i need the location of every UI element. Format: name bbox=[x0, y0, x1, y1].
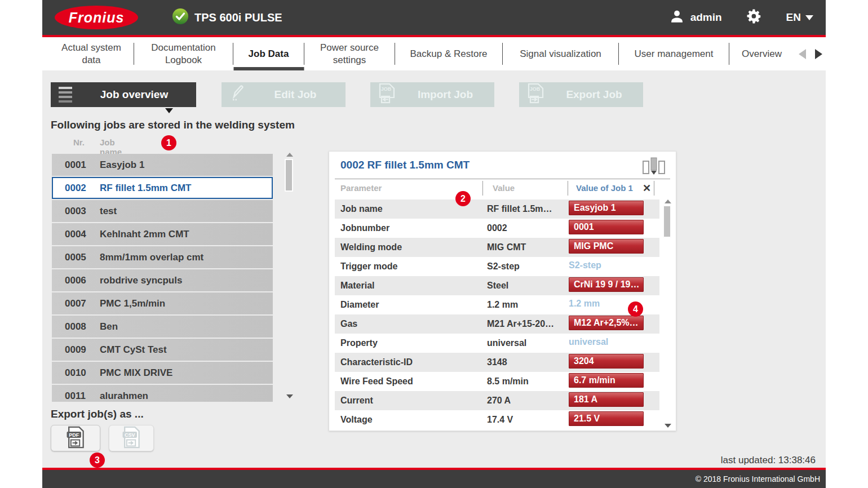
parameter-row: Jobnumber00020001 bbox=[335, 219, 659, 238]
panel-column-headers: Parameter Value Value of Job 1 ✕ bbox=[329, 183, 676, 198]
job-list-item[interactable]: 00058mm/1mm overlap cmt bbox=[52, 246, 273, 268]
job-nr: 0010 bbox=[65, 367, 100, 379]
parameter-row: Welding modeMIG CMTMIG PMC bbox=[335, 238, 659, 257]
parameter-row: Trigger modeS2-stepS2-step bbox=[335, 257, 659, 276]
jobs-heading: Following jobs are stored in the welding… bbox=[51, 119, 295, 131]
edit-job-button[interactable]: Edit Job bbox=[222, 82, 346, 107]
nav-scroll-arrows bbox=[794, 37, 822, 70]
compare-jobs-icon[interactable] bbox=[641, 156, 667, 179]
nav-scroll-right-icon[interactable] bbox=[815, 49, 822, 59]
job-list-item[interactable]: 0008Ben bbox=[52, 316, 273, 338]
job-name: PMC MIX DRIVE bbox=[100, 367, 172, 379]
callout-1: 1 bbox=[161, 135, 176, 150]
job-name: alurahmen bbox=[100, 391, 148, 402]
scrollbar-thumb[interactable] bbox=[663, 205, 671, 238]
job-list-item[interactable]: 0003test bbox=[52, 200, 273, 222]
parameter-row: Wire Feed Speed8.5 m/min6.7 m/min bbox=[335, 372, 659, 391]
settings-gear-icon[interactable] bbox=[746, 8, 763, 27]
import-job-button[interactable]: JOB Import Job bbox=[370, 82, 494, 107]
device-status: TPS 600i PULSE bbox=[172, 8, 282, 27]
job1-value: 6.7 m/min bbox=[569, 373, 644, 388]
pdf-file-icon: PDF bbox=[64, 426, 87, 451]
tab-documentation-logbook[interactable]: Documentation Logbook bbox=[134, 37, 233, 70]
tab-job-data[interactable]: Job Data bbox=[233, 37, 304, 70]
job1-value: CrNi 19 9 / 19… bbox=[569, 277, 644, 292]
header-bar: Fronius TPS 600i PULSE bbox=[42, 0, 826, 35]
parameter-row: Job nameRF fillet 1.5m…Easyjob 1 bbox=[335, 199, 659, 219]
parameter-value: 0002 bbox=[487, 223, 569, 233]
job-nr: 0007 bbox=[65, 298, 100, 309]
tab-power-source-settings[interactable]: Power source settings bbox=[304, 37, 395, 70]
job1-value: MIG PMC bbox=[569, 239, 644, 254]
parameter-row: Diameter1.2 mm1.2 mm bbox=[335, 295, 659, 314]
tab-user-management[interactable]: User management bbox=[619, 37, 729, 70]
job-name: Easyjob 1 bbox=[100, 159, 144, 171]
job-list-item[interactable]: 0011alurahmen bbox=[52, 385, 273, 402]
column-header-value-of-job1[interactable]: Value of Job 1 bbox=[576, 183, 633, 193]
job-list-item[interactable]: 0002RF fillet 1.5mm CMT bbox=[52, 177, 273, 199]
scroll-down-icon[interactable] bbox=[286, 394, 293, 398]
parameter-name: Current bbox=[335, 396, 487, 406]
fronius-logo-text: Fronius bbox=[69, 10, 125, 26]
parameter-name: Voltage bbox=[335, 415, 487, 425]
scroll-up-icon[interactable] bbox=[286, 153, 293, 157]
parameter-value: S2-step bbox=[487, 261, 569, 272]
column-header-value: Value bbox=[493, 183, 515, 193]
language-label: EN bbox=[786, 11, 801, 24]
nav-scroll-left-icon[interactable] bbox=[799, 49, 806, 59]
callout-4: 4 bbox=[628, 301, 643, 317]
user-menu[interactable]: admin bbox=[669, 8, 722, 26]
scrollbar-thumb[interactable] bbox=[285, 159, 293, 192]
parameter-value: 1.2 mm bbox=[487, 300, 569, 310]
export-csv-button[interactable]: CSV bbox=[109, 425, 154, 451]
tab-actual-system-data[interactable]: Actual system data bbox=[49, 37, 134, 70]
language-selector[interactable]: EN bbox=[786, 11, 813, 24]
tab-signal-visualization[interactable]: Signal visualization bbox=[503, 37, 618, 70]
active-section-pointer-icon bbox=[165, 108, 173, 113]
export-pdf-button[interactable]: PDF bbox=[51, 425, 100, 451]
job1-value: Easyjob 1 bbox=[569, 201, 644, 215]
job-name: Kehlnaht 2mm CMT bbox=[100, 229, 189, 240]
fronius-logo: Fronius bbox=[55, 6, 138, 29]
parameter-name: Trigger mode bbox=[335, 261, 487, 272]
callout-3: 3 bbox=[90, 452, 105, 468]
job-list-item[interactable]: 0006robdrive syncpuls bbox=[52, 269, 273, 291]
job-list-item[interactable]: 0001Easyjob 1 bbox=[52, 154, 273, 176]
job-list-item[interactable]: 0007PMC 1,5m/min bbox=[52, 292, 273, 314]
import-job-label: Import Job bbox=[396, 88, 494, 101]
job-list-item[interactable]: 0010PMC MIX DRIVE bbox=[52, 362, 273, 384]
scroll-up-icon[interactable] bbox=[665, 199, 671, 203]
job1-value: 21.5 V bbox=[569, 411, 644, 426]
export-job-button[interactable]: JOB Export Job bbox=[519, 82, 643, 107]
parameter-table: Job nameRF fillet 1.5m…Easyjob 1 Jobnumb… bbox=[335, 199, 659, 429]
parameter-value: 17.4 V bbox=[487, 415, 569, 425]
panel-divider bbox=[335, 179, 670, 179]
svg-text:JOB: JOB bbox=[530, 86, 541, 92]
parameter-name: Wire Feed Speed bbox=[335, 376, 487, 387]
parameter-name: Property bbox=[335, 338, 487, 348]
job-nr: 0008 bbox=[65, 321, 100, 332]
column-separator bbox=[654, 181, 654, 196]
parameter-name: Jobnumber bbox=[335, 223, 487, 233]
job-list-scrollbar[interactable] bbox=[285, 153, 294, 398]
job-list-item[interactable]: 0004Kehlnaht 2mm CMT bbox=[52, 223, 273, 245]
close-compare-icon[interactable]: ✕ bbox=[643, 182, 651, 194]
export-heading: Export job(s) as ... bbox=[51, 408, 144, 420]
column-header-nr: Nr. bbox=[73, 137, 85, 147]
job-overview-button[interactable]: Job overview bbox=[51, 82, 196, 107]
parameter-name: Material bbox=[335, 281, 487, 291]
parameter-name: Characteristic-ID bbox=[335, 357, 487, 367]
main-content: Job overview Edit Job JOB Import Job bbox=[42, 70, 826, 468]
job-nr: 0006 bbox=[65, 275, 100, 286]
tab-overview[interactable]: Overview bbox=[729, 37, 794, 70]
job1-value: S2-step bbox=[569, 259, 644, 272]
job-list-item[interactable]: 0009CMT CySt Test bbox=[52, 339, 273, 361]
job-name: PMC 1,5m/min bbox=[100, 298, 165, 309]
job1-value: 0001 bbox=[569, 220, 644, 234]
parameter-row: Propertyuniversaluniversal bbox=[335, 334, 659, 353]
tab-backup-restore[interactable]: Backup & Restore bbox=[395, 37, 502, 70]
scroll-down-icon[interactable] bbox=[665, 424, 671, 428]
job-list: 0001Easyjob 1 0002RF fillet 1.5mm CMT 00… bbox=[52, 154, 273, 402]
panel-scrollbar[interactable] bbox=[663, 199, 672, 428]
export-job-label: Export Job bbox=[545, 88, 643, 101]
